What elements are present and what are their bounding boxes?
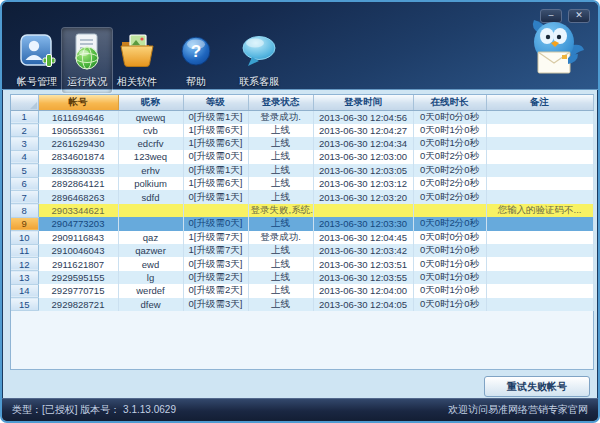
status-cell: 上线 [248, 284, 313, 297]
remark-cell [486, 244, 593, 257]
nickname-cell [118, 204, 183, 217]
row-number-cell: 6 [11, 177, 38, 190]
table-row[interactable]: 21905653361cvb1[升级需6天]上线2013-06-30 12:04… [11, 124, 593, 137]
nickname-cell [118, 217, 183, 230]
toolbar-item-label: 相关软件 [117, 75, 157, 89]
remark-cell [486, 298, 593, 311]
toolbar-item-label: 联系客服 [239, 75, 279, 89]
table-row[interactable]: 52835830335erhv0[升级需1天]上线2013-06-30 12:0… [11, 164, 593, 177]
welcome-text: 欢迎访问易准网络营销专家官网 [448, 403, 588, 417]
level-cell: 0[升级需3天] [183, 257, 248, 270]
level-cell: 1[升级需6天] [183, 137, 248, 150]
account-cell: 2903344621 [38, 204, 118, 217]
toolbar-item-account-manage[interactable]: 帐号管理 [12, 28, 62, 93]
header-level[interactable]: 等级 [183, 95, 248, 110]
related-software-icon [117, 32, 157, 72]
remark-cell [486, 150, 593, 163]
online-duration-cell: 0天0时0分0秒 [413, 110, 486, 124]
nickname-cell: sdfd [118, 190, 183, 203]
contact-support-icon [239, 32, 279, 72]
login-time-cell: 2013-06-30 12:03:30 [313, 217, 413, 230]
remark-cell [486, 231, 593, 244]
level-cell: 1[升级需7天] [183, 244, 248, 257]
online-duration-cell: 0天0时1分0秒 [413, 271, 486, 284]
statusbar: 类型：[已授权] 版本号： 3.1.13.0629 欢迎访问易准网络营销专家官网 [2, 398, 598, 421]
nickname-cell: lg [118, 271, 183, 284]
table-row[interactable]: 152929828721dfew0[升级需3天]上线2013-06-30 12:… [11, 298, 593, 311]
online-duration-cell [413, 204, 486, 217]
level-cell: 0[升级需2天] [183, 271, 248, 284]
nickname-cell: 123weq [118, 150, 183, 163]
login-time-cell: 2013-06-30 12:03:12 [313, 177, 413, 190]
table-row[interactable]: 132929595155lg0[升级需2天]上线2013-06-30 12:03… [11, 271, 593, 284]
remark-cell: 您输入的验证码不... [486, 204, 593, 217]
retry-failed-accounts-button[interactable]: 重试失败帐号 [484, 376, 590, 397]
table-row[interactable]: 72896468263sdfd0[升级需1天]上线2013-06-30 12:0… [11, 190, 593, 203]
status-cell: 上线 [248, 244, 313, 257]
toolbar-item-contact-support[interactable]: 联系客服 [234, 28, 284, 93]
nickname-cell: werdef [118, 284, 183, 297]
level-cell: 0[升级需1天] [183, 190, 248, 203]
table-row[interactable]: 82903344621登录失败,系统...您输入的验证码不... [11, 204, 593, 217]
table-header-row: 帐号 昵称 等级 登录状态 登录时间 在线时长 备注 [11, 95, 593, 110]
account-cell: 2929828721 [38, 298, 118, 311]
account-cell: 2929595155 [38, 271, 118, 284]
row-number-cell: 2 [11, 124, 38, 137]
account-cell: 2896468263 [38, 190, 118, 203]
online-duration-cell: 0天0时1分0秒 [413, 284, 486, 297]
header-login-status[interactable]: 登录状态 [248, 95, 313, 110]
table-row[interactable]: 62892864121polkium1[升级需6天]上线2013-06-30 1… [11, 177, 593, 190]
nickname-cell: ewd [118, 257, 183, 270]
table-row[interactable]: 112910046043qazwer1[升级需7天]上线2013-06-30 1… [11, 244, 593, 257]
remark-cell [486, 271, 593, 284]
login-time-cell: 2013-06-30 12:03:20 [313, 190, 413, 203]
table-row[interactable]: 142929770715werdef0[升级需2天]上线2013-06-30 1… [11, 284, 593, 297]
online-duration-cell: 0天0时1分0秒 [413, 298, 486, 311]
header-login-time[interactable]: 登录时间 [313, 95, 413, 110]
accounts-table: 帐号 昵称 等级 登录状态 登录时间 在线时长 备注 11611694646qw… [10, 94, 594, 370]
status-cell: 上线 [248, 298, 313, 311]
level-cell: 1[升级需6天] [183, 124, 248, 137]
table-row[interactable]: 929047732030[升级需0天]上线2013-06-30 12:03:30… [11, 217, 593, 230]
table-row[interactable]: 32261629430edcrfv1[升级需6天]上线2013-06-30 12… [11, 137, 593, 150]
login-time-cell: 2013-06-30 12:03:00 [313, 150, 413, 163]
account-cell: 2834601874 [38, 150, 118, 163]
header-nickname[interactable]: 昵称 [118, 95, 183, 110]
row-number-cell: 1 [11, 110, 38, 124]
toolbar-item-help[interactable]: ? 帮助 [174, 28, 218, 93]
login-time-cell: 2013-06-30 12:04:56 [313, 110, 413, 124]
table-row[interactable]: 102909116843qaz1[升级需7天]登录成功.2013-06-30 1… [11, 231, 593, 244]
level-cell: 0[升级需0天] [183, 150, 248, 163]
level-cell: 1[升级需7天] [183, 231, 248, 244]
toolbar-item-related-software[interactable]: 相关软件 [112, 28, 162, 93]
status-cell: 上线 [248, 124, 313, 137]
table-row[interactable]: 11611694646qwewq0[升级需1天]登录成功.2013-06-30 … [11, 110, 593, 124]
nickname-cell: qazwer [118, 244, 183, 257]
login-time-cell: 2013-06-30 12:04:34 [313, 137, 413, 150]
row-number-cell: 4 [11, 150, 38, 163]
toolbar: 帐号管理 运行状况 [12, 28, 284, 93]
toolbar-item-running-status[interactable]: 运行状况 [62, 28, 112, 93]
status-cell: 上线 [248, 190, 313, 203]
online-duration-cell: 0天0时1分0秒 [413, 137, 486, 150]
login-time-cell: 2013-06-30 12:03:42 [313, 244, 413, 257]
online-duration-cell: 0天0时2分0秒 [413, 164, 486, 177]
account-cell: 2929770715 [38, 284, 118, 297]
header-account[interactable]: 帐号 [38, 95, 118, 110]
table-row[interactable]: 42834601874123weq0[升级需0天]上线2013-06-30 12… [11, 150, 593, 163]
status-cell: 上线 [248, 257, 313, 270]
remark-cell [486, 217, 593, 230]
toolbar-item-label: 帐号管理 [17, 75, 57, 89]
account-cell: 1905653361 [38, 124, 118, 137]
account-cell: 2835830335 [38, 164, 118, 177]
table-row[interactable]: 122911621807ewd0[升级需3天]上线2013-06-30 12:0… [11, 257, 593, 270]
header-remark[interactable]: 备注 [486, 95, 593, 110]
row-number-cell: 10 [11, 231, 38, 244]
header-online-duration[interactable]: 在线时长 [413, 95, 486, 110]
login-time-cell: 2013-06-30 12:03:51 [313, 257, 413, 270]
row-number-cell: 5 [11, 164, 38, 177]
login-time-cell: 2013-06-30 12:04:27 [313, 124, 413, 137]
nickname-cell: cvb [118, 124, 183, 137]
status-cell: 登录成功. [248, 110, 313, 124]
nickname-cell: dfew [118, 298, 183, 311]
